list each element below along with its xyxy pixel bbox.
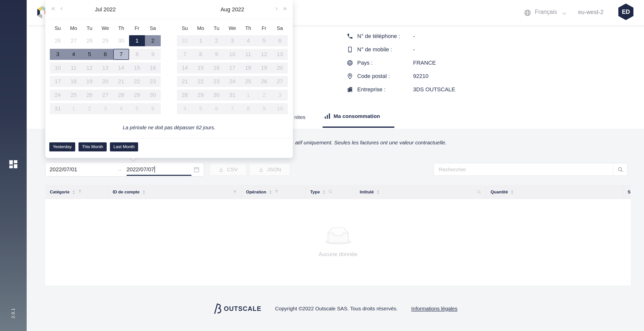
calendar-day[interactable]: 3 <box>50 49 66 60</box>
calendar-day: 12 <box>256 49 272 60</box>
calendar-day: 30 <box>145 90 161 101</box>
calendar-day: 6 <box>209 103 224 114</box>
column-search-icon[interactable] <box>477 190 481 194</box>
calendar-day[interactable]: 4 <box>66 49 82 60</box>
legal-info-link[interactable]: Informations légales <box>411 306 457 312</box>
column-search-icon[interactable] <box>328 189 333 195</box>
text-cursor <box>154 166 155 173</box>
calendar-day[interactable]: 26 <box>50 35 66 46</box>
calendar-day[interactable]: 28 <box>82 35 97 46</box>
sorter-icon[interactable] <box>143 190 145 194</box>
user-avatar[interactable]: ED <box>618 4 633 20</box>
filter-funnel-icon[interactable] <box>233 190 237 194</box>
3ds-swirl-icon <box>213 303 222 314</box>
column-label: Quantité <box>491 190 508 195</box>
chevron-down-icon[interactable] <box>562 12 567 16</box>
search-icon <box>617 167 623 173</box>
calendar-day[interactable]: 6 <box>97 49 113 60</box>
calendar-day: 14 <box>113 62 129 73</box>
sorter-icon[interactable] <box>323 190 325 194</box>
column-header-5[interactable]: Intitulé <box>355 185 486 199</box>
calendar-day[interactable]: 27 <box>66 35 82 46</box>
calendar-day: 28 <box>177 90 193 101</box>
calendar-day[interactable]: 29 <box>97 35 113 46</box>
export-csv-button[interactable]: CSV <box>210 163 247 176</box>
column-header-7[interactable]: S <box>623 185 631 199</box>
calendar-day: 21 <box>113 76 129 87</box>
calendar-day[interactable]: 7 <box>113 49 129 60</box>
sorter-icon[interactable] <box>511 190 513 194</box>
sorter-icon[interactable] <box>269 190 272 194</box>
month-title[interactable]: Aug 2022 <box>177 0 288 19</box>
calendar-day: 11 <box>66 62 82 73</box>
weekday-label: Fr <box>129 25 145 31</box>
tab-ma-consommation[interactable]: Ma consommation <box>325 113 380 119</box>
language-globe-icon <box>524 9 531 18</box>
sorter-icon[interactable] <box>72 190 75 194</box>
search-button[interactable] <box>613 163 627 176</box>
column-label: Type <box>310 190 320 195</box>
calendar-day: 8 <box>193 49 209 60</box>
calendar-day[interactable]: 5 <box>82 49 97 60</box>
json-label: JSON <box>267 167 281 173</box>
preset-this-month[interactable]: This Month <box>78 142 107 151</box>
calendar-day: 26 <box>82 90 97 101</box>
disclaimer-text: atif uniquement. Seules les factures ont… <box>295 140 447 146</box>
calendar-day: 1 <box>193 35 209 46</box>
active-tab-indicator <box>323 127 394 128</box>
calendar-day[interactable]: 2 <box>145 35 161 46</box>
calendar-day: 10 <box>224 49 240 60</box>
consumption-table: CatégorieID de compteOpérationTypeIntitu… <box>45 185 631 285</box>
column-label: Opération <box>246 190 266 195</box>
search-input[interactable] <box>434 163 613 176</box>
calendar-day: 5 <box>256 35 272 46</box>
column-header-4[interactable]: Type <box>305 185 355 199</box>
sorter-icon[interactable] <box>377 190 379 194</box>
globe-icon <box>347 60 357 66</box>
language-selector[interactable]: Français <box>535 9 557 15</box>
profile-value: - <box>413 33 415 39</box>
calendar-day[interactable]: 1 <box>129 35 145 46</box>
export-json-button[interactable]: JSON <box>249 163 290 176</box>
date-picker-popup: « ‹ › » Jul 2022SuMoTuWeThFrSa2627282930… <box>45 0 293 158</box>
start-date-input[interactable]: 2022/07/01 <box>50 166 112 173</box>
weekday-label: Sa <box>272 25 288 31</box>
calendar-icon[interactable] <box>193 166 200 173</box>
calendar-day: 14 <box>177 62 193 73</box>
calendar-day: 3 <box>97 103 113 114</box>
table-header-row: CatégorieID de compteOpérationTypeIntitu… <box>45 185 631 199</box>
empty-inbox-icon <box>324 227 352 245</box>
filter-funnel-icon[interactable] <box>275 190 278 194</box>
calendar-day: 28 <box>113 90 129 101</box>
month-title[interactable]: Jul 2022 <box>50 0 161 19</box>
table-empty-state: Aucune donnée <box>45 199 631 285</box>
app-version: 2.0.1 <box>11 308 16 318</box>
calendar-day: 13 <box>97 62 113 73</box>
preset-last-month[interactable]: Last Month <box>110 142 138 151</box>
calendar-week: 21222324252627 <box>177 76 288 87</box>
filter-funnel-icon[interactable] <box>78 190 82 194</box>
calendar-day: 7 <box>224 103 240 114</box>
column-header-3[interactable]: Opération <box>241 185 305 199</box>
active-input-underline <box>127 175 191 176</box>
calendar-day: 21 <box>177 76 193 87</box>
dashboard-grid-icon[interactable] <box>9 160 17 168</box>
tab-label: Ma consommation <box>334 113 380 119</box>
profile-value: 92210 <box>413 73 428 79</box>
end-date-input[interactable]: 2022/07/07 <box>127 166 154 173</box>
calendar-week: 262728293012 <box>50 35 161 46</box>
profile-label: Code postal : <box>357 73 413 79</box>
date-range-picker[interactable]: 2022/07/01 → 2022/07/07 <box>45 162 204 177</box>
tab-partially-hidden[interactable]: nites <box>294 114 305 120</box>
column-header-1[interactable]: Catégorie <box>45 185 108 199</box>
calendar-day[interactable]: 30 <box>113 35 129 46</box>
calendar-month: Aug 2022SuMoTuWeThFrSa311234567891011121… <box>177 0 288 114</box>
calendar-day: 3 <box>272 90 288 101</box>
column-header-6[interactable]: Quantité <box>486 185 623 199</box>
profile-value: FRANCE <box>413 60 436 66</box>
profile-row: Entreprise :3DS OUTSCALE <box>347 83 455 96</box>
preset-yesterday[interactable]: Yesterday <box>49 142 75 151</box>
column-header-2[interactable]: ID de compte <box>108 185 241 199</box>
calendar-day: 16 <box>145 62 161 73</box>
empty-text: Aucune donnée <box>318 251 357 258</box>
